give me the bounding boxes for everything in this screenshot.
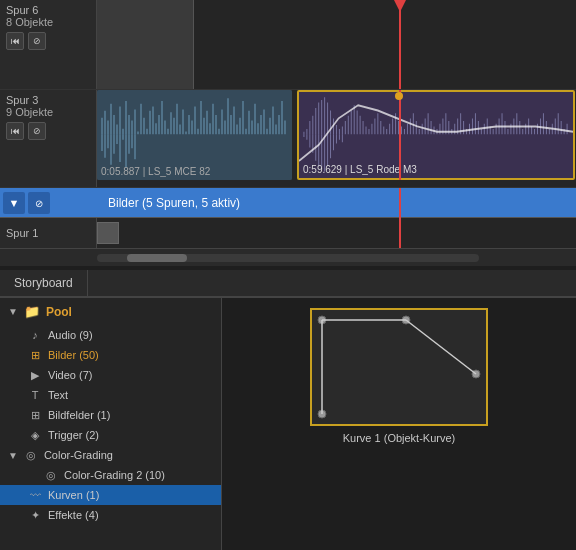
storyboard-tab-label: Storyboard: [14, 276, 73, 290]
pool-folder-icon: 📁: [24, 304, 40, 319]
waveform-clip-right: 0:59.629 | LS_5 Rode M3: [297, 90, 575, 180]
pool-item-video-label: Video (7): [48, 369, 92, 381]
track-3-mute-btn[interactable]: ⊘: [28, 122, 46, 140]
pool-item-effekte-label: Effekte (4): [48, 509, 99, 521]
pool-item-color-grading-2[interactable]: ◎ Color-Grading 2 (10): [0, 465, 221, 485]
track-3-objects: 9 Objekte: [6, 106, 90, 118]
color-grading-2-icon: ◎: [44, 468, 58, 482]
curve-preview-container: [310, 308, 488, 426]
playhead-bilder: [399, 188, 401, 218]
pool-item-color-grading-2-label: Color-Grading 2 (10): [64, 469, 165, 481]
track-3-label: Spur 3 9 Objekte ⏮ ⊘: [0, 90, 97, 187]
scrollbar-thumb[interactable]: [127, 254, 187, 262]
track-6-name: Spur 6: [6, 4, 90, 16]
pool-item-bildfelder[interactable]: ⊞ Bildfelder (1): [0, 405, 221, 425]
video-icon: ▶: [28, 368, 42, 382]
storyboard-section: Storyboard ▼ 📁 Pool ♪ Audio (9): [0, 270, 576, 550]
bilder-row: ▼ ⊘ Bilder (5 Spuren, 5 aktiv): [0, 188, 576, 218]
bilder-dropdown-btn[interactable]: ▼: [3, 192, 25, 214]
playhead-track3: [399, 90, 401, 180]
audio-icon: ♪: [28, 328, 42, 342]
bildfelder-icon: ⊞: [28, 408, 42, 422]
track-6-mute-btn[interactable]: ⊘: [28, 32, 46, 50]
track-3-content: 0:05.887 | LS_5 MCE 82: [97, 90, 576, 187]
pool-item-trigger-label: Trigger (2): [48, 429, 99, 441]
track-3-row: Spur 3 9 Objekte ⏮ ⊘: [0, 90, 576, 188]
pool-item-video[interactable]: ▶ Video (7): [0, 365, 221, 385]
playhead-orange-marker: [395, 92, 403, 100]
playhead-marker: [394, 0, 406, 12]
scroll-area: [0, 248, 576, 266]
color-grading-icon: ◎: [24, 448, 38, 462]
storyboard-tab-bar: Storyboard: [0, 270, 576, 298]
spur1-row: Spur 1: [0, 218, 576, 248]
svg-rect-180: [312, 310, 486, 424]
pool-item-bilder-label: Bilder (50): [48, 349, 99, 361]
preview-panel: Kurve 1 (Objekt-Kurve): [222, 298, 576, 550]
pool-header[interactable]: ▼ 📁 Pool: [0, 298, 221, 325]
track-3-name: Spur 3: [6, 94, 90, 106]
color-grading-chevron: ▼: [8, 450, 18, 461]
scrollbar-track[interactable]: [97, 254, 479, 262]
pool-item-audio-label: Audio (9): [48, 329, 93, 341]
curve-svg: [312, 310, 486, 424]
pool-expand-icon: ▼: [8, 306, 18, 317]
waveform-clip-left: 0:05.887 | LS_5 MCE 82: [97, 90, 292, 180]
pool-item-bildfelder-label: Bildfelder (1): [48, 409, 110, 421]
timeline-section: Spur 6 8 Objekte ⏮ ⊘ Spur 3 9 Objekte: [0, 0, 576, 270]
playhead: [399, 0, 401, 89]
trigger-icon: ◈: [28, 428, 42, 442]
pool-item-bilder[interactable]: ⊞ Bilder (50): [0, 345, 221, 365]
clip-label-left: 0:05.887 | LS_5 MCE 82: [101, 166, 210, 177]
spur1-clip-square: [97, 222, 119, 244]
pool-item-kurven[interactable]: 〰 Kurven (1): [0, 485, 221, 505]
playhead-spur1: [399, 218, 401, 248]
bilder-label: Bilder (5 Spuren, 5 aktiv): [100, 196, 240, 210]
spur1-label: Spur 1: [0, 218, 97, 248]
pool-item-text[interactable]: T Text: [0, 385, 221, 405]
pool-item-effekte[interactable]: ✦ Effekte (4): [0, 505, 221, 525]
text-icon: T: [28, 388, 42, 402]
track-3-prev-btn[interactable]: ⏮: [6, 122, 24, 140]
track-6-content: [97, 0, 576, 89]
pool-color-grading-header[interactable]: ▼ ◎ Color-Grading: [0, 445, 221, 465]
pool-item-audio[interactable]: ♪ Audio (9): [0, 325, 221, 345]
track-6-objects: 8 Objekte: [6, 16, 90, 28]
track-6-row: Spur 6 8 Objekte ⏮ ⊘: [0, 0, 576, 90]
effekte-icon: ✦: [28, 508, 42, 522]
app-container: Spur 6 8 Objekte ⏮ ⊘ Spur 3 9 Objekte: [0, 0, 576, 550]
pool-item-kurven-label: Kurven (1): [48, 489, 99, 501]
bottom-content: ▼ 📁 Pool ♪ Audio (9) ⊞ Bilder (50) ▶: [0, 298, 576, 550]
track-6-clip: [97, 0, 194, 89]
pool-title: Pool: [46, 305, 72, 319]
pool-panel: ▼ 📁 Pool ♪ Audio (9) ⊞ Bilder (50) ▶: [0, 298, 222, 550]
kurven-icon: 〰: [28, 488, 42, 502]
spur1-content: [97, 218, 576, 248]
track-6-prev-btn[interactable]: ⏮: [6, 32, 24, 50]
storyboard-tab[interactable]: Storyboard: [0, 270, 88, 296]
bilder-icon: ⊞: [28, 348, 42, 362]
track-6-label: Spur 6 8 Objekte ⏮ ⊘: [0, 0, 97, 89]
pool-item-trigger[interactable]: ◈ Trigger (2): [0, 425, 221, 445]
pool-color-grading-label: Color-Grading: [44, 449, 113, 461]
curve-label: Kurve 1 (Objekt-Kurve): [343, 432, 455, 444]
bilder-mute-btn[interactable]: ⊘: [28, 192, 50, 214]
pool-item-text-label: Text: [48, 389, 68, 401]
